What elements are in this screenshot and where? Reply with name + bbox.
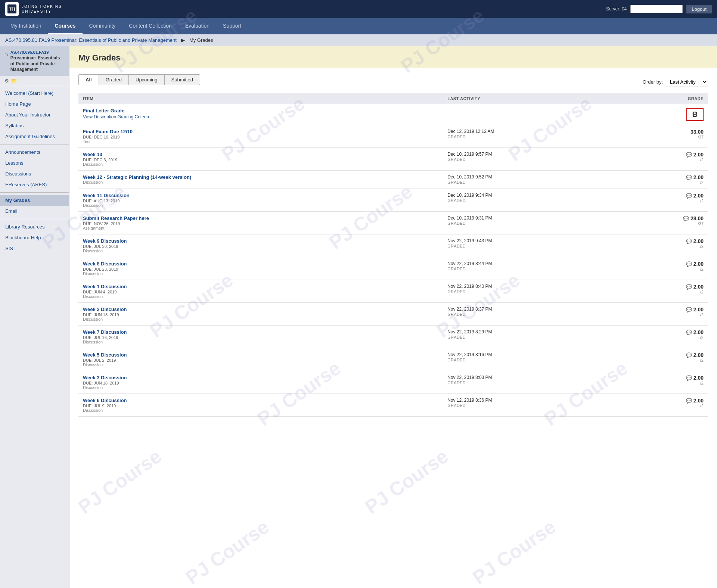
sidebar-item-announcements[interactable]: Announcements bbox=[0, 147, 69, 158]
item-name-link[interactable]: Week 11 Discussion bbox=[83, 193, 130, 198]
grade-max: /2 bbox=[621, 180, 704, 185]
item-due-date: DUE: JUL 23, 2019 bbox=[83, 267, 438, 271]
item-type: Discussion bbox=[83, 271, 438, 276]
item-name-link[interactable]: Week 1 Discussion bbox=[83, 284, 127, 289]
sidebar-item-sis[interactable]: SIS bbox=[0, 243, 69, 254]
chat-icon: 💬 bbox=[683, 216, 689, 221]
svg-text:JH: JH bbox=[9, 7, 15, 12]
table-cell-activity: Nov 22, 2019 8:03 PMGRADED bbox=[443, 371, 616, 394]
item-name-link[interactable]: Final Exam Due 12/10 bbox=[83, 129, 133, 134]
sidebar-item-instructor[interactable]: About Your Instructor bbox=[0, 109, 69, 120]
grade-number: 28.00 bbox=[690, 215, 704, 221]
table-cell-grade: 💬2.00/2 bbox=[616, 280, 708, 303]
folder-icon[interactable]: 📁 bbox=[11, 78, 17, 84]
table-row: Week 11 DiscussionDUE: AUG 13, 2019Discu… bbox=[78, 189, 708, 212]
filter-tab-graded[interactable]: Graded bbox=[99, 74, 129, 85]
last-activity-status: GRADED bbox=[447, 335, 612, 339]
table-cell-item: Week 12 - Strategic Planning (14-week ve… bbox=[78, 171, 443, 189]
nav-item-community[interactable]: Community bbox=[83, 18, 122, 34]
sidebar-item-home-page[interactable]: Home Page bbox=[0, 99, 69, 109]
chat-icon: 💬 bbox=[686, 261, 692, 267]
item-name-link[interactable]: Week 6 Discussion bbox=[83, 398, 127, 403]
nav-item-my-institution[interactable]: My Institution bbox=[4, 18, 48, 34]
table-row: Week 8 DiscussionDUE: JUL 23, 2019Discus… bbox=[78, 257, 708, 280]
item-due-date: DUE: JUL 16, 2019 bbox=[83, 335, 438, 340]
grade-number: 2.00 bbox=[693, 398, 704, 404]
grade-value: 💬2.00 bbox=[686, 261, 704, 267]
sidebar-item-library[interactable]: Library Resources bbox=[0, 221, 69, 232]
item-link[interactable]: Grading Criteria bbox=[118, 114, 149, 119]
last-activity-status: GRADED bbox=[447, 157, 612, 162]
logout-button[interactable]: Logout bbox=[686, 5, 712, 13]
sidebar-tools-row: ⚙ 📁 bbox=[0, 76, 69, 86]
sidebar-item-blackboard-help[interactable]: Blackboard Help bbox=[0, 232, 69, 243]
table-row: Week 12 - Strategic Planning (14-week ve… bbox=[78, 171, 708, 189]
table-row: Week 6 DiscussionDUE: JUL 9, 2019Discuss… bbox=[78, 394, 708, 417]
sidebar-item-welcome[interactable]: Welcome! (Start Here) bbox=[0, 88, 69, 99]
item-name-link[interactable]: Week 8 Discussion bbox=[83, 261, 127, 267]
sidebar-item-my-grades[interactable]: My Grades bbox=[0, 195, 69, 206]
table-cell-activity: Dec 10, 2019 9:31 PMGRADED bbox=[443, 212, 616, 234]
settings-icon[interactable]: ⚙ bbox=[4, 78, 9, 84]
filter-tab-all[interactable]: All bbox=[78, 74, 99, 85]
breadcrumb-course-link[interactable]: AS.470.695.81.FA19 Proseminar: Essential… bbox=[5, 37, 177, 43]
sidebar-divider-3 bbox=[0, 219, 69, 219]
nav-item-support[interactable]: Support bbox=[216, 18, 248, 34]
item-name-link[interactable]: Week 12 - Strategic Planning (14-week ve… bbox=[83, 174, 191, 180]
sidebar-item-ereserves[interactable]: EReserves (ARES) bbox=[0, 179, 69, 190]
sidebar-item-lessons[interactable]: Lessons bbox=[0, 158, 69, 168]
table-cell-item: Week 6 DiscussionDUE: JUL 9, 2019Discuss… bbox=[78, 394, 443, 417]
item-name-link[interactable]: Week 13 bbox=[83, 152, 102, 157]
item-name-link[interactable]: Week 5 Discussion bbox=[83, 352, 127, 358]
last-activity-status: GRADED bbox=[447, 180, 612, 184]
main-layout: ⌂ AS.470.695.81.FA19 Proseminar: Essenti… bbox=[0, 46, 717, 588]
grades-table-header: ITEM LAST ACTIVITY GRADE bbox=[78, 93, 708, 104]
chat-icon: 💬 bbox=[686, 330, 692, 335]
sidebar-item-assignment-guidelines[interactable]: Assignment Guidelines bbox=[0, 131, 69, 142]
item-type: Discussion bbox=[83, 203, 438, 208]
table-cell-activity: Nov 22, 2019 8:29 PMGRADED bbox=[443, 326, 616, 348]
table-cell-activity: Dec 10, 2019 9:52 PMGRADED bbox=[443, 171, 616, 189]
table-cell-grade: 💬2.00/2 bbox=[616, 171, 708, 189]
item-name-link[interactable]: Week 3 Discussion bbox=[83, 375, 127, 380]
filter-tab-upcoming[interactable]: Upcoming bbox=[128, 74, 165, 85]
sidebar-item-syllabus[interactable]: Syllabus bbox=[0, 120, 69, 131]
table-row: Week 13DUE: DEC 3, 2019DiscussionDec 10,… bbox=[78, 148, 708, 171]
grade-value: 💬2.00 bbox=[686, 175, 704, 180]
item-name-link[interactable]: Week 2 Discussion bbox=[83, 307, 127, 312]
table-cell-grade: 💬2.00/2 bbox=[616, 257, 708, 280]
grade-number: 2.00 bbox=[693, 375, 704, 381]
page-title: My Grades bbox=[78, 53, 708, 63]
top-header: JH JOHNS HOPKINS UNIVERSITY Server: 04 L… bbox=[0, 0, 717, 18]
last-activity-status: GRADED bbox=[447, 244, 612, 248]
search-input[interactable] bbox=[630, 5, 683, 13]
grade-value: 💬28.00 bbox=[683, 216, 704, 221]
item-name-link[interactable]: Week 7 Discussion bbox=[83, 329, 127, 335]
order-by-select[interactable]: Last Activity Course Order Due Date bbox=[666, 77, 708, 87]
last-activity-status: GRADED bbox=[447, 403, 612, 408]
nav-item-evaluation[interactable]: Evaluation bbox=[179, 18, 216, 34]
grade-number: 2.00 bbox=[693, 329, 704, 335]
item-due-date: DUE: JUN 18, 2019 bbox=[83, 381, 438, 385]
grade-max: /2 bbox=[621, 335, 704, 340]
nav-item-courses[interactable]: Courses bbox=[48, 18, 82, 34]
item-due-date: DUE: NOV 26, 2019 bbox=[83, 221, 438, 226]
filter-and-order-row: All Graded Upcoming Submitted Order by: … bbox=[78, 74, 708, 90]
nav-item-content-collection[interactable]: Content Collection bbox=[122, 18, 178, 34]
last-activity-text: Nov 22, 2019 8:44 PM bbox=[447, 261, 612, 266]
sidebar-home-icon[interactable]: ⌂ bbox=[4, 51, 8, 57]
table-row: Week 2 DiscussionDUE: JUN 18, 2019Discus… bbox=[78, 303, 708, 326]
sidebar-item-email[interactable]: Email bbox=[0, 206, 69, 217]
filter-tab-submitted[interactable]: Submitted bbox=[164, 74, 201, 85]
grade-number: 2.00 bbox=[693, 152, 704, 158]
item-due-date: DUE: JUL 9, 2019 bbox=[83, 404, 438, 408]
table-row: Final Letter GradeView Description Gradi… bbox=[78, 104, 708, 125]
order-by-label: Order by: bbox=[643, 79, 663, 85]
table-cell-grade: 💬2.00/2 bbox=[616, 371, 708, 394]
table-cell-grade: 💬2.00/2 bbox=[616, 234, 708, 257]
item-link[interactable]: View Description bbox=[83, 114, 116, 119]
item-name-link[interactable]: Final Letter Grade bbox=[83, 108, 124, 113]
item-name-link[interactable]: Submit Research Paper here bbox=[83, 215, 149, 221]
sidebar-item-discussions[interactable]: Discussions bbox=[0, 168, 69, 179]
item-name-link[interactable]: Week 9 Discussion bbox=[83, 238, 127, 244]
